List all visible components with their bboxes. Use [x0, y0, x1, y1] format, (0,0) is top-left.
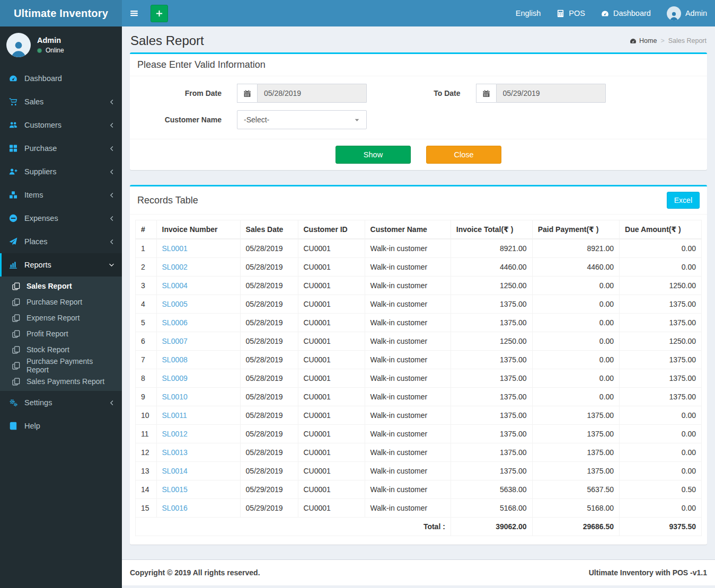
table-row: 1SL000105/28/2019CU0001Walk-in customer8… — [136, 239, 702, 258]
sidebar-subitem-stock-report[interactable]: Stock Report — [0, 342, 122, 358]
top-header: Ultimate Inventory English POS Dashboard… — [0, 0, 715, 26]
sidebar-item-customers[interactable]: Customers — [0, 113, 122, 137]
user-menu[interactable]: Admin — [659, 0, 715, 26]
invoice-link[interactable]: SL0014 — [162, 467, 188, 475]
invoice-total-cell: 1375.00 — [451, 462, 532, 480]
sidebar-toggle-button[interactable] — [122, 0, 146, 26]
language-menu[interactable]: English — [508, 0, 549, 26]
records-panel-title: Records Table — [137, 195, 198, 206]
paid-payment-cell: 5637.50 — [532, 480, 619, 499]
sidebar-item-reports[interactable]: Reports — [0, 253, 122, 277]
chevron-down-icon — [109, 262, 114, 268]
row-index: 9 — [136, 388, 157, 406]
due-amount-cell: 1250.00 — [620, 277, 702, 295]
content-header: Sales Report Home > Sales Report — [122, 26, 715, 52]
chevron-left-icon — [109, 146, 114, 152]
sidebar-item-settings[interactable]: Settings — [0, 391, 122, 414]
invoice-link[interactable]: SL0005 — [162, 300, 188, 308]
sidebar-subitem-purchase-payments-report[interactable]: Purchase Payments Report — [0, 358, 122, 373]
online-label: Online — [46, 47, 64, 54]
customer-name-cell: Walk-in customer — [365, 351, 451, 369]
breadcrumb-home-link[interactable]: Home — [630, 37, 657, 44]
sidebar-subitem-expense-report[interactable]: Expense Report — [0, 310, 122, 326]
sidebar-item-dashboard[interactable]: Dashboard — [0, 67, 122, 90]
invoice-link[interactable]: SL0011 — [162, 411, 187, 420]
invoice-link[interactable]: SL0010 — [162, 393, 188, 401]
row-index: 8 — [136, 369, 157, 388]
sidebar-item-items[interactable]: Items — [0, 183, 122, 207]
invoice-link[interactable]: SL0015 — [162, 485, 188, 494]
table-row: 6SL000705/28/2019CU0001Walk-in customer1… — [136, 332, 702, 351]
sidebar-menu: DashboardSalesCustomersPurchaseSuppliers… — [0, 67, 122, 438]
invoice-cell: SL0006 — [156, 314, 240, 332]
table-row: 2SL000205/28/2019CU0001Walk-in customer4… — [136, 258, 702, 277]
calendar-icon — [243, 90, 251, 97]
table-row: 8SL000905/28/2019CU0001Walk-in customer1… — [136, 369, 702, 388]
sidebar-item-expenses[interactable]: Expenses — [0, 207, 122, 230]
table-row: 12SL001305/28/2019CU0001Walk-in customer… — [136, 443, 702, 462]
to-date-calendar-button[interactable] — [476, 84, 496, 103]
invoice-link[interactable]: SL0016 — [162, 504, 188, 512]
column-header-customer-id: Customer ID — [298, 220, 365, 239]
invoice-link[interactable]: SL0013 — [162, 448, 188, 457]
sidebar-subitem-sales-payments-report[interactable]: Sales Payments Report — [0, 373, 122, 389]
sidebar-subitem-profit-report[interactable]: Profit Report — [0, 326, 122, 342]
invoice-cell: SL0009 — [156, 369, 240, 388]
invoice-link[interactable]: SL0001 — [162, 244, 188, 253]
pos-label: POS — [569, 9, 585, 17]
customer-id-cell: CU0001 — [298, 462, 365, 480]
row-index: 15 — [136, 499, 157, 518]
sidebar-subitem-label: Sales Report — [27, 282, 72, 290]
customer-name-cell: Walk-in customer — [365, 239, 451, 258]
row-index: 1 — [136, 239, 157, 258]
row-index: 5 — [136, 314, 157, 332]
sidebar-item-label: Customers — [24, 121, 61, 129]
pos-link[interactable]: POS — [549, 0, 593, 26]
table-row: 3SL000405/28/2019CU0001Walk-in customer1… — [136, 277, 702, 295]
chevron-left-icon — [109, 99, 114, 105]
dashboard-link[interactable]: Dashboard — [593, 0, 659, 26]
records-panel: Records Table Excel #Invoice NumberSales… — [130, 185, 707, 545]
invoice-link[interactable]: SL0002 — [162, 263, 188, 271]
from-date-calendar-button[interactable] — [237, 84, 257, 103]
brand-logo[interactable]: Ultimate Inventory — [0, 0, 122, 26]
invoice-link[interactable]: SL0012 — [162, 430, 188, 438]
show-button[interactable]: Show — [336, 146, 411, 164]
invoice-cell: SL0008 — [156, 351, 240, 369]
sidebar-item-suppliers[interactable]: Suppliers — [0, 160, 122, 183]
table-header-row: #Invoice NumberSales DateCustomer IDCust… — [136, 220, 702, 239]
invoice-total-cell: 8921.00 — [451, 239, 532, 258]
user-plus-icon — [8, 167, 19, 176]
invoice-link[interactable]: SL0004 — [162, 281, 188, 290]
table-row: 11SL001205/28/2019CU0001Walk-in customer… — [136, 425, 702, 443]
sidebar-item-places[interactable]: Places — [0, 230, 122, 253]
sidebar-subitem-sales-report[interactable]: Sales Report — [0, 278, 122, 294]
close-button[interactable]: Close — [426, 146, 501, 164]
sidebar-item-purchase[interactable]: Purchase — [0, 137, 122, 160]
customer-select[interactable]: -Select- — [237, 110, 367, 129]
invoice-link[interactable]: SL0009 — [162, 374, 188, 382]
sidebar: Admin Online DashboardSalesCustomersPurc… — [0, 26, 122, 588]
calculator-icon — [557, 10, 564, 17]
sales-date-cell: 05/28/2019 — [240, 239, 298, 258]
quick-add-button[interactable] — [151, 5, 168, 22]
invoice-link[interactable]: SL0008 — [162, 355, 188, 364]
to-date-input[interactable] — [496, 84, 606, 103]
excel-export-button[interactable]: Excel — [667, 192, 700, 209]
due-amount-cell: 0.50 — [620, 480, 702, 499]
breadcrumb-current: Sales Report — [668, 37, 707, 44]
invoice-link[interactable]: SL0006 — [162, 318, 188, 327]
invoice-link[interactable]: SL0007 — [162, 337, 188, 345]
breadcrumb: Home > Sales Report — [630, 37, 707, 44]
from-date-input[interactable] — [257, 84, 367, 103]
column-header-due-amount: Due Amount(₹ ) — [620, 220, 702, 239]
copy-icon — [12, 330, 22, 338]
chevron-left-icon — [109, 239, 114, 245]
sidebar-subitem-purchase-report[interactable]: Purchase Report — [0, 294, 122, 310]
sidebar-item-sales[interactable]: Sales — [0, 90, 122, 113]
paid-payment-cell: 1375.00 — [532, 443, 619, 462]
row-index: 12 — [136, 443, 157, 462]
paid-payment-cell: 0.00 — [532, 295, 619, 314]
sidebar-item-label: Items — [24, 191, 43, 199]
sidebar-item-help[interactable]: Help — [0, 414, 122, 438]
